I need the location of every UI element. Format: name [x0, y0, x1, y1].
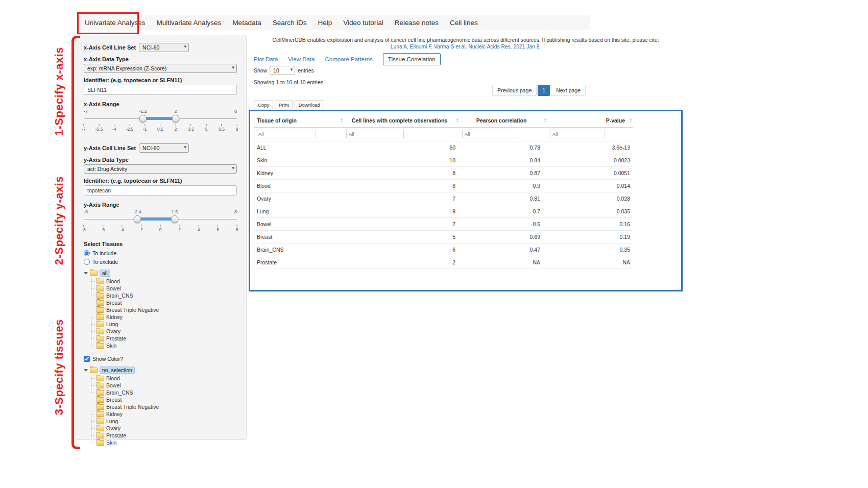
value-cell: 0.16	[548, 218, 633, 231]
page-number-button[interactable]: 1	[538, 85, 550, 96]
tree-item-bowel[interactable]: Bowel	[94, 285, 237, 292]
tree-item-ovary[interactable]: Ovary	[94, 425, 237, 432]
x-identifier-input[interactable]	[84, 85, 237, 95]
tree-item-blood[interactable]: Blood	[94, 278, 237, 285]
tree-item-blood[interactable]: Blood	[94, 375, 237, 382]
column-header-p-value[interactable]: P-value▲▼	[548, 113, 633, 128]
show-color-checkbox[interactable]	[84, 356, 90, 362]
exclude-radio[interactable]	[84, 259, 90, 265]
x-cell-line-set-select[interactable]: NCI-60 ▾	[139, 43, 189, 52]
tree-root-no-selection[interactable]: no_selection	[84, 366, 237, 374]
nav-item-univariate-analyses[interactable]: Univariate Analyses	[79, 19, 151, 27]
value-cell: 7	[344, 218, 460, 231]
tree-item-skin[interactable]: Skin	[94, 342, 237, 349]
sort-icon[interactable]: ▲▼	[629, 118, 632, 123]
nav-item-metadata[interactable]: Metadata	[227, 19, 267, 27]
include-radio[interactable]	[84, 250, 90, 256]
y-range-slider[interactable]: -8 -2.4 1.5 8 -8-6-4-202468	[84, 209, 237, 233]
x-data-type-select[interactable]: exp: mRNA Expression (Z-Score) ▾	[84, 64, 237, 73]
slider-handle-low[interactable]	[134, 215, 141, 223]
include-radio-row[interactable]: To include	[84, 249, 237, 257]
tree-item-skin[interactable]: Skin	[94, 439, 237, 446]
table-row[interactable]: Breast50.690.19	[254, 231, 633, 243]
y-data-type-select[interactable]: act: Drug Activity ▾	[84, 164, 237, 174]
tree-item-brain-cns[interactable]: Brain_CNS	[94, 292, 237, 299]
y-identifier-input[interactable]	[84, 185, 237, 196]
tree-item-prostate[interactable]: Prostate	[94, 432, 237, 439]
slider-handle-high[interactable]	[172, 115, 180, 123]
tree-root-all[interactable]: all	[84, 269, 237, 277]
nav-item-cell-lines[interactable]: Cell lines	[444, 19, 484, 27]
slider-handle-high[interactable]	[171, 215, 179, 223]
column-header-tissue-of-origin[interactable]: Tissue of origin▲▼	[254, 113, 344, 128]
nav-item-release-notes[interactable]: Release notes	[389, 19, 444, 27]
filter-input-tissue-of-origin[interactable]	[256, 130, 316, 138]
chevron-down-icon: ▾	[184, 44, 187, 49]
tree-item-breast[interactable]: Breast	[94, 299, 237, 306]
slider-tick-label: -2	[139, 225, 143, 232]
tree-item-lung[interactable]: Lung	[94, 321, 237, 328]
citation-link[interactable]: Luna A, Elloumi F, Varma S et al. Nuclei…	[249, 44, 683, 50]
download-button[interactable]: Download	[295, 101, 324, 109]
table-row[interactable]: Skin100.840.0023	[254, 154, 633, 167]
previous-page-button[interactable]: Previous page	[492, 85, 537, 96]
table-row[interactable]: Kidney80.870.0051	[254, 167, 633, 180]
table-row[interactable]: Brain_CNS60.470.35	[254, 243, 633, 256]
exclude-radio-row[interactable]: To exclude	[84, 257, 237, 266]
tree-item-breast[interactable]: Breast	[94, 396, 237, 403]
tree-item-ovary[interactable]: Ovary	[94, 328, 237, 335]
tree-item-prostate[interactable]: Prostate	[94, 335, 237, 342]
nav-item-search-ids[interactable]: Search IDs	[267, 19, 312, 27]
filter-input-cell-lines-with-complete-observations[interactable]	[346, 130, 404, 138]
nav-item-video-tutorial[interactable]: Video tutorial	[337, 19, 389, 27]
x-range-slider[interactable]: -7 -1.2 2 8 -7-5.5-4-2.5-10.523.556.58	[84, 109, 237, 132]
nav-item-help[interactable]: Help	[312, 19, 337, 27]
folder-icon	[97, 286, 104, 291]
tree-item-breast-triple-negative[interactable]: Breast Triple Negative	[94, 306, 237, 313]
sort-icon[interactable]: ▲▼	[340, 118, 343, 123]
table-row[interactable]: Lung90.70.035	[254, 205, 633, 218]
y-cell-line-set-label: y-Axis Cell Line Set	[84, 145, 136, 151]
filter-input-p-value[interactable]	[550, 130, 605, 138]
table-row[interactable]: Ovary70.810.028	[254, 192, 633, 205]
tab-view-data[interactable]: View Data	[288, 56, 315, 62]
tree-item-brain-cns[interactable]: Brain_CNS	[94, 389, 237, 396]
tree-toggle-icon[interactable]	[84, 272, 88, 275]
slider-tick-label: 6.5	[219, 124, 225, 132]
tab-tissue-correlation[interactable]: Tissue Correlation	[383, 53, 441, 65]
tree-toggle-icon[interactable]	[84, 369, 88, 372]
tree-item-label: Skin	[106, 440, 116, 446]
sort-icon[interactable]: ▲▼	[544, 118, 547, 123]
print-button[interactable]: Print	[275, 101, 293, 109]
tissue-cell: Brain_CNS	[254, 243, 344, 256]
tree-item-kidney[interactable]: Kidney	[94, 410, 237, 418]
table-row[interactable]: Blood60.90.014	[254, 180, 633, 192]
table-row[interactable]: Bowel7-0.60.16	[254, 218, 633, 231]
nav-item-multivariate-analyses[interactable]: Multivariate Analyses	[151, 19, 227, 27]
y-cell-line-set-select[interactable]: NCI-60 ▾	[139, 143, 189, 153]
tree-item-breast-triple-negative[interactable]: Breast Triple Negative	[94, 403, 237, 410]
folder-icon	[97, 322, 104, 327]
column-header-pearson-correlation[interactable]: Pearson correlation▲▼	[460, 113, 548, 128]
sort-icon[interactable]: ▲▼	[456, 118, 459, 123]
tab-plot-data[interactable]: Plot Data	[254, 56, 278, 62]
tree-item-label: Lung	[106, 321, 118, 327]
tab-compare-patterns[interactable]: Compare Patterns	[325, 56, 373, 62]
slider-handle-low[interactable]	[139, 115, 147, 123]
next-page-button[interactable]: Next page	[551, 85, 586, 96]
value-cell: 3.6e-13	[548, 141, 633, 154]
table-row[interactable]: ALL600.783.6e-13	[254, 141, 633, 154]
copy-button[interactable]: Copy	[254, 101, 273, 109]
slider-tick-label: 0	[159, 225, 162, 232]
slider-max-label: 8	[234, 109, 237, 114]
tree-item-bowel[interactable]: Bowel	[94, 382, 237, 389]
filter-input-pearson-correlation[interactable]	[462, 130, 517, 138]
table-row[interactable]: Prostate2NANA	[254, 256, 633, 269]
tree-item-label: Lung	[106, 418, 118, 424]
entries-select[interactable]: 10 ▾	[270, 66, 295, 75]
value-cell: 0.9	[460, 180, 548, 192]
column-header-cell-lines-with-complete-observations[interactable]: Cell lines with complete observations▲▼	[344, 113, 460, 128]
tree-item-lung[interactable]: Lung	[94, 418, 237, 425]
show-color-row[interactable]: Show Color?	[84, 354, 237, 363]
tree-item-kidney[interactable]: Kidney	[94, 313, 237, 321]
